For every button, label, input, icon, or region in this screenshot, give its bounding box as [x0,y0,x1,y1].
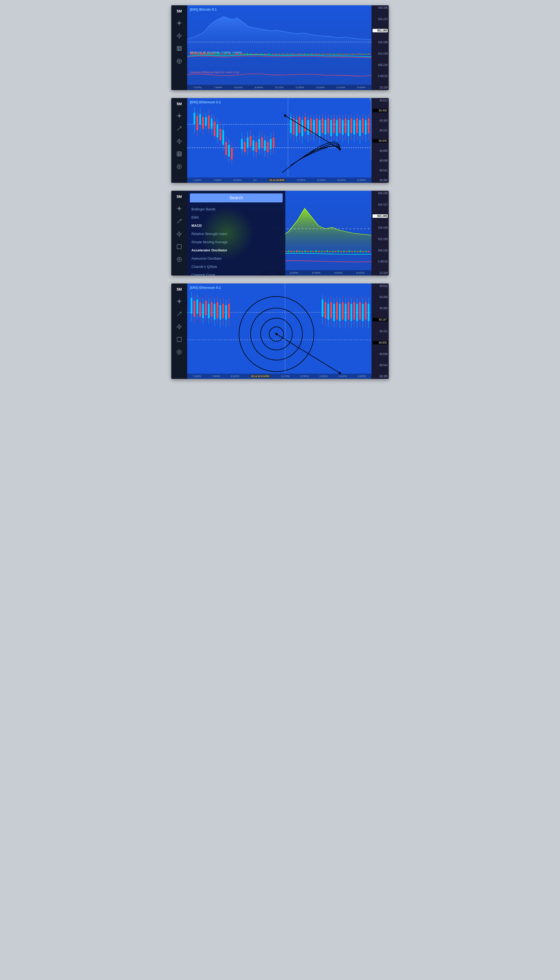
time-label: 8:25PM [290,272,298,274]
svg-rect-328 [228,304,230,318]
time-label-active: 03.14.18 8:10PM [250,375,270,378]
svg-rect-236 [353,120,355,135]
svg-rect-282 [343,251,345,252]
settings-icon[interactable] [175,256,183,263]
indicator-awesome-oscillator[interactable]: Awesome Oscillator [187,254,285,262]
svg-rect-349 [339,304,341,321]
indicator-bollinger-bands[interactable]: Bollinger Bands [187,205,285,213]
indicator-chande-qstick[interactable]: Chande's QStick [187,262,285,271]
svg-rect-296 [177,337,182,342]
timeframe-label[interactable]: 5M [175,8,183,14]
chart-area-ethereum2: [DIG] Ethereum 0.1 [187,284,372,379]
svg-rect-269 [307,251,309,252]
svg-rect-91 [315,53,317,55]
svg-rect-107 [342,53,343,55]
svg-rect-87 [309,54,310,55]
frame-icon[interactable] [175,243,183,251]
timeframe-label[interactable]: 5M [175,193,183,200]
crosshair-icon[interactable] [175,19,183,27]
indicator-selector: Search Bollinger Bands EMA MACD Relative… [187,191,285,276]
svg-rect-182 [261,138,263,148]
svg-rect-275 [323,251,325,252]
svg-rect-99 [329,53,330,55]
svg-rect-318 [214,304,215,319]
indicator-coppock-curve[interactable]: Coppock Curve [187,271,285,276]
price-label: 69.151 [373,129,388,132]
indicator-rsi[interactable]: Relative Strength Index [187,230,285,238]
price-label: 930.106 [373,7,388,9]
crosshair-icon[interactable] [175,112,183,120]
svg-rect-53 [252,53,253,55]
svg-rect-160 [222,130,224,145]
svg-point-298 [177,350,182,354]
settings-icon[interactable] [175,348,183,356]
svg-rect-142 [197,116,198,130]
indicator-macd[interactable]: MACD [187,221,285,230]
svg-rect-244 [365,120,367,135]
svg-rect-232 [348,120,350,136]
search-input[interactable]: Search [190,193,283,203]
svg-rect-265 [296,250,298,252]
price-label: 68.541 [373,169,388,172]
chart-ethereum-1: 5M [DIG] Ethereum 0.1 500 [171,98,389,183]
svg-rect-343 [330,302,332,318]
draw-icon[interactable] [175,310,183,318]
draw-icon[interactable] [175,217,183,225]
price-label: 23.329 [373,86,388,89]
svg-rect-68 [277,54,278,55]
settings-icon[interactable] [175,163,183,171]
svg-rect-266 [298,251,300,252]
svg-rect-326 [225,305,227,320]
svg-rect-96 [324,54,325,55]
price-label: 69.305 [373,119,388,122]
svg-rect-359 [353,302,355,319]
indicator-accelerator-oscillator[interactable]: Accelerator Oscillator [187,246,285,254]
svg-rect-367 [365,302,367,319]
svg-rect-278 [332,251,334,252]
time-label: 8:17PM [275,86,283,89]
svg-rect-204 [307,120,309,135]
svg-rect-97 [326,53,327,55]
crosshair-icon[interactable] [175,297,183,305]
crosshair-icon[interactable] [175,204,183,213]
svg-rect-316 [211,302,213,317]
svg-rect-82 [301,53,302,55]
price-label: 924.137 [373,203,388,206]
lightning-icon[interactable] [175,32,183,40]
lightning-icon[interactable] [175,137,183,145]
settings-icon[interactable] [175,57,183,65]
svg-rect-264 [293,251,295,252]
svg-rect-51 [249,54,250,55]
svg-rect-85 [305,54,307,55]
timeframe-label[interactable]: 5M [175,286,183,292]
svg-rect-140 [193,113,195,124]
svg-rect-94 [320,54,322,55]
frame-icon[interactable] [175,336,183,343]
frame-icon[interactable] [175,150,183,158]
svg-rect-347 [336,302,338,319]
svg-rect-190 [273,138,275,148]
svg-rect-98 [327,54,328,55]
draw-icon[interactable] [175,125,183,133]
timeframe-label[interactable]: 5M [175,101,183,107]
indicator-sma[interactable]: Simple Moving Average [187,238,285,246]
frame-icon[interactable] [175,45,183,52]
svg-rect-263 [290,251,292,252]
lightning-icon[interactable] [175,323,183,331]
svg-line-129 [177,127,182,131]
svg-rect-118 [361,53,362,55]
lightning-icon[interactable] [175,230,183,238]
price-label: 918.168 [373,41,388,44]
chart-title-ethereum2: [DIG] Ethereum 0.1 [190,286,221,289]
svg-rect-180 [258,139,260,149]
svg-rect-220 [330,120,332,136]
svg-rect-104 [338,53,338,55]
indicator-ema[interactable]: EMA [187,213,285,221]
time-label: 8:01PM [233,179,242,181]
svg-rect-73 [285,54,287,55]
svg-rect-170 [244,142,246,152]
svg-rect-345 [333,304,335,321]
chart-title-bitcoin: [DIG] Bitcoin 0.1 [190,7,217,12]
svg-rect-286 [354,251,356,252]
time-label: 8:17PM [281,375,290,377]
